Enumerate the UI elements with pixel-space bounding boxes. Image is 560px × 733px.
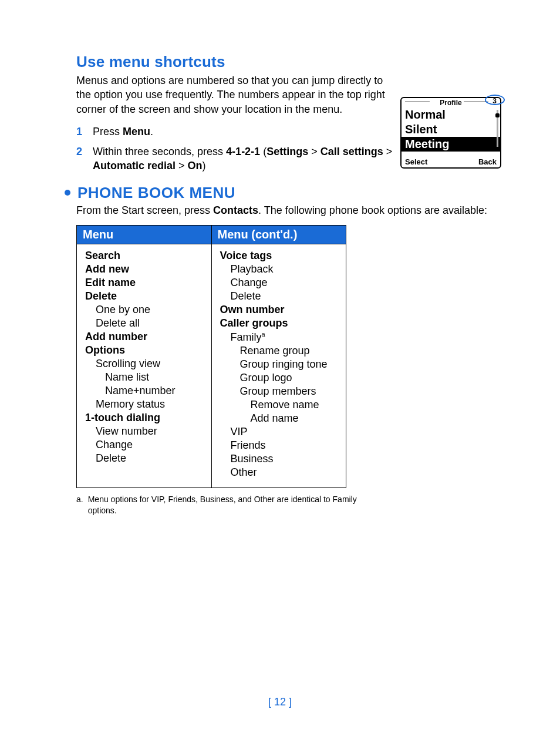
step-number: 2 [76,144,82,159]
intro-text: From the Start screen, press [76,204,213,216]
menu-item: Remove name [220,398,338,412]
softkey-left: Select [405,157,427,166]
phone-book-intro: From the Start screen, press Contacts. T… [76,204,495,217]
intro-contacts: Contacts [213,204,258,216]
phone-options: NormalSilentMeeting [402,107,500,152]
phone-book-menu-table: Menu Menu (cont'd.) SearchAdd newEdit na… [76,225,346,489]
menu-item: Scrolling view [85,357,203,371]
menu-item: Name+number [85,384,203,398]
menu-item: Familya [220,330,338,344]
shortcuts-intro: Menus and options are numbered so that y… [76,73,393,116]
menu-item: Business [220,452,338,466]
menu-item: Other [220,466,338,479]
menu-item: Playback [220,263,338,276]
phone-softkeys: Select Back [402,157,500,166]
table-cell-left: SearchAdd newEdit nameDeleteOne by oneDe… [77,244,212,488]
menu-item: Delete [220,290,338,303]
menu-item: Delete all [85,317,203,330]
document-page: Use menu shortcuts Menus and options are… [0,0,560,733]
step-text: > [176,160,188,172]
menu-item: Caller groups [220,317,338,330]
phone-screen-illustration: Profile 3 NormalSilentMeeting Select Bac… [400,97,501,169]
step-bold: Automatic redial [93,160,176,172]
step-text: > [308,146,321,157]
menu-item: Voice tags [220,249,338,263]
menu-item: Own number [220,303,338,317]
phone-title: Profile [437,99,464,107]
menu-item: Add new [85,263,203,276]
table-header-left: Menu [77,225,212,244]
shortcuts-heading: Use menu shortcuts [76,53,495,71]
step-bold: Call settings [321,146,383,157]
menu-item: Search [85,249,203,263]
step-text: . [150,126,153,137]
shortcuts-block: Menus and options are numbered so that y… [76,73,495,173]
phone-option: Meeting [402,137,500,152]
step-text: ( [260,146,266,157]
footnote-key: a. [76,494,88,516]
menu-item: Friends [220,439,338,452]
menu-item: VIP [220,425,338,439]
menu-item: View number [85,425,203,438]
menu-item: Group ringing tone [220,358,338,371]
footnote: a. Menu options for VIP, Friends, Busine… [76,494,370,516]
step-bold: On [188,160,203,172]
step-bold: Menu [123,126,150,137]
phone-option: Silent [402,122,500,137]
menu-item: Delete [85,452,203,465]
table-cell-right: Voice tagsPlaybackChangeDeleteOwn number… [211,244,346,488]
step-bold: Settings [266,146,308,157]
menu-item: One by one [85,303,203,317]
footnote-text: Menu options for VIP, Friends, Business,… [88,494,370,516]
menu-item: Delete [85,290,203,303]
menu-item: Memory status [85,398,203,411]
shortcut-steps: 1Press Menu.2Within three seconds, press… [76,125,393,173]
menu-item-footnote-ref: a [262,331,265,338]
step-text: Press [93,126,123,137]
phone-book-heading: PHONE BOOK MENU [77,184,235,202]
bullet-icon [65,190,70,196]
step-text: ) [203,160,206,172]
phone-title-row: Profile 3 [402,98,500,107]
menu-item: Change [85,438,203,452]
menu-item: Add number [85,330,203,344]
softkey-right: Back [478,157,497,166]
phone-title-number: 3 [492,97,497,105]
phone-scrollbar [497,110,498,150]
step-item: 2Within three seconds, press 4-1-2-1 (Se… [76,144,393,173]
step-bold: 4-1-2-1 [226,146,260,157]
page-number: [ 12 ] [0,696,560,708]
step-text: Within three seconds, press [93,146,226,157]
table-header-right: Menu (cont'd.) [211,225,346,244]
menu-item: Group members [220,385,338,398]
rule [464,102,488,102]
menu-item: Name list [85,371,203,384]
menu-item: Add name [220,412,338,425]
rule [405,102,430,102]
step-text: > [383,146,393,157]
menu-item: 1-touch dialing [85,411,203,425]
menu-item: Edit name [85,276,203,290]
menu-item: Group logo [220,371,338,385]
menu-item: Options [85,344,203,357]
intro-text: . The following phone book options are a… [258,204,487,216]
step-number: 1 [76,125,82,139]
phone-option: Normal [402,107,500,122]
step-item: 1Press Menu. [76,125,393,139]
phone-book-heading-row: PHONE BOOK MENU [65,184,495,202]
menu-item: Change [220,276,338,290]
menu-item: Rename group [220,344,338,358]
